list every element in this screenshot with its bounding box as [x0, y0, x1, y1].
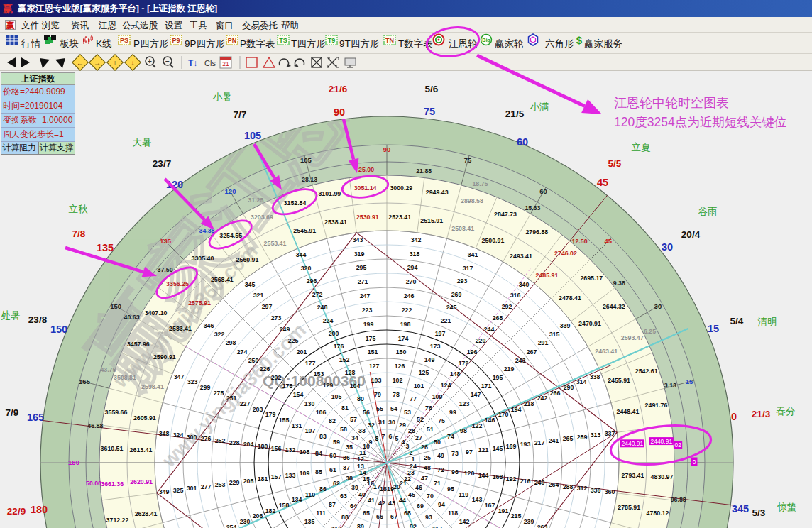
- svg-text:324: 324: [173, 431, 184, 439]
- svg-text:2793.41: 2793.41: [622, 472, 644, 479]
- svg-text:98: 98: [460, 427, 467, 434]
- svg-text:94: 94: [438, 501, 445, 508]
- svg-text:2500.91: 2500.91: [481, 237, 504, 244]
- svg-text:152: 152: [339, 356, 350, 363]
- svg-text:249: 249: [280, 326, 290, 333]
- svg-text:2598.41: 2598.41: [141, 383, 164, 390]
- svg-text:2515.91: 2515.91: [420, 217, 443, 224]
- svg-text:4780.12: 4780.12: [647, 510, 669, 517]
- svg-text:2553.41: 2553.41: [264, 240, 287, 247]
- svg-text:3610.51: 3610.51: [101, 445, 124, 452]
- svg-text:2613.41: 2613.41: [130, 446, 153, 453]
- svg-text:267: 267: [527, 348, 537, 356]
- svg-text:60: 60: [539, 187, 547, 195]
- svg-text:大暑: 大暑: [133, 137, 152, 148]
- svg-text:2898.58: 2898.58: [461, 197, 483, 204]
- svg-text:2785.91: 2785.91: [618, 504, 640, 511]
- svg-text:2463.41: 2463.41: [595, 348, 618, 355]
- svg-text:2620.91: 2620.91: [130, 478, 153, 485]
- svg-text:295: 295: [356, 264, 367, 271]
- svg-text:318: 318: [410, 251, 420, 258]
- svg-text:156: 156: [271, 445, 282, 452]
- svg-text:219: 219: [504, 365, 515, 373]
- svg-text:0: 0: [693, 458, 696, 466]
- svg-text:181: 181: [258, 475, 268, 483]
- svg-text:300: 300: [187, 434, 197, 441]
- svg-text:90: 90: [383, 145, 391, 153]
- svg-text:171: 171: [481, 383, 492, 390]
- svg-text:105: 105: [331, 393, 342, 400]
- svg-text:5/3: 5/3: [752, 507, 766, 518]
- svg-text:47: 47: [421, 475, 428, 482]
- svg-text:120: 120: [464, 470, 475, 477]
- svg-text:82: 82: [329, 417, 336, 424]
- svg-text:88: 88: [341, 514, 349, 521]
- svg-text:265: 265: [563, 435, 574, 442]
- svg-text:150: 150: [110, 302, 121, 310]
- svg-text:立秋: 立秋: [69, 204, 89, 214]
- svg-text:102: 102: [393, 377, 403, 384]
- svg-text:149: 149: [424, 356, 435, 363]
- svg-text:56: 56: [363, 409, 370, 416]
- svg-text:2568.41: 2568.41: [211, 276, 234, 283]
- svg-text:264: 264: [549, 481, 559, 488]
- svg-text:217: 217: [534, 439, 545, 446]
- svg-text:75: 75: [438, 417, 445, 424]
- svg-text:62: 62: [333, 480, 340, 487]
- svg-text:38: 38: [346, 475, 353, 482]
- svg-text:218: 218: [524, 400, 534, 407]
- svg-text:2949.43: 2949.43: [426, 189, 449, 196]
- svg-text:2440.91: 2440.91: [650, 438, 672, 445]
- svg-text:3203.69: 3203.69: [251, 214, 273, 221]
- svg-text:43: 43: [388, 500, 395, 507]
- svg-text:150: 150: [50, 324, 67, 335]
- svg-text:73: 73: [451, 450, 459, 457]
- svg-text:165: 165: [27, 412, 44, 423]
- svg-text:316: 316: [510, 292, 521, 299]
- svg-text:347: 347: [174, 373, 185, 380]
- svg-text:2470.91: 2470.91: [578, 320, 601, 327]
- svg-text:83: 83: [319, 433, 327, 440]
- svg-text:60: 60: [329, 452, 336, 459]
- svg-text:76: 76: [425, 405, 432, 412]
- svg-text:2560.91: 2560.91: [236, 256, 259, 263]
- svg-text:21/5: 21/5: [505, 109, 525, 119]
- svg-text:175: 175: [366, 335, 376, 342]
- svg-text:343: 343: [353, 236, 363, 243]
- svg-text:296: 296: [307, 277, 317, 285]
- svg-text:29: 29: [399, 422, 406, 429]
- svg-text:2628.41: 2628.41: [135, 510, 158, 517]
- svg-text:54: 54: [390, 405, 397, 412]
- svg-text:130: 130: [304, 400, 315, 407]
- svg-text:321: 321: [253, 292, 264, 299]
- svg-text:12.50: 12.50: [572, 238, 588, 245]
- svg-text:7/9: 7/9: [6, 407, 19, 418]
- svg-text:70: 70: [427, 493, 434, 500]
- svg-text:44: 44: [399, 497, 406, 504]
- svg-text:244: 244: [484, 326, 495, 333]
- svg-text:192: 192: [506, 475, 517, 483]
- svg-text:9.38: 9.38: [613, 280, 625, 287]
- svg-text:314: 314: [576, 378, 587, 385]
- svg-text:3000.29: 3000.29: [390, 185, 412, 192]
- svg-text:2491.76: 2491.76: [645, 402, 668, 409]
- svg-text:23/7: 23/7: [153, 158, 171, 169]
- svg-text:170: 170: [498, 411, 509, 418]
- svg-text:2440.91: 2440.91: [622, 440, 644, 447]
- svg-text:340: 340: [519, 281, 530, 288]
- svg-text:193: 193: [520, 441, 531, 448]
- svg-text:74: 74: [447, 433, 454, 440]
- svg-text:127: 127: [369, 363, 380, 370]
- svg-text:270: 270: [406, 278, 417, 285]
- svg-text:345: 345: [732, 503, 749, 515]
- svg-text:155: 155: [279, 417, 290, 424]
- svg-text:348: 348: [159, 430, 170, 437]
- svg-text:271: 271: [358, 278, 368, 285]
- svg-text:3559.66: 3559.66: [105, 409, 128, 416]
- svg-text:5/6: 5/6: [425, 84, 439, 94]
- svg-text:2530.91: 2530.91: [356, 214, 379, 221]
- svg-text:2593.47: 2593.47: [621, 334, 644, 341]
- svg-text:167: 167: [485, 502, 495, 509]
- svg-text:4: 4: [402, 439, 405, 446]
- svg-text:18.75: 18.75: [472, 180, 488, 187]
